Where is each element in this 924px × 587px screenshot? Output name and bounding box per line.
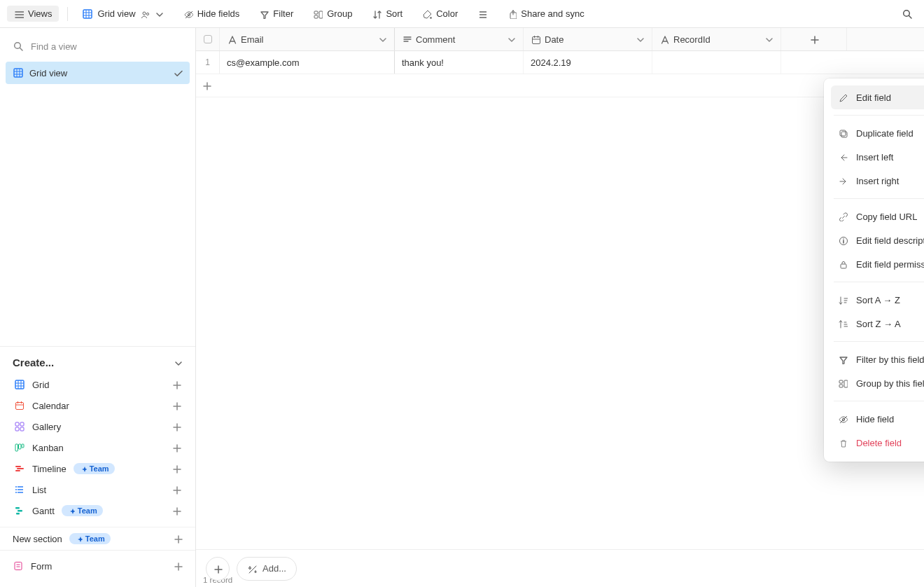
views-button[interactable]: Views xyxy=(7,6,59,22)
team-badge: Team xyxy=(74,463,115,474)
longtext-icon xyxy=(402,34,412,44)
cell-date[interactable]: 2024.2.19 xyxy=(524,51,652,74)
filter-button[interactable]: Filter xyxy=(253,6,299,22)
grid-area: Email Comment Date RecordId 1cs xyxy=(196,28,924,587)
current-view-button[interactable]: Grid view xyxy=(76,6,169,22)
create-header[interactable]: Create... xyxy=(13,357,183,368)
chevron-down-icon[interactable] xyxy=(764,34,774,44)
ctx-label: Insert left xyxy=(856,152,893,163)
create-gantt-button[interactable]: GanttTeam xyxy=(13,500,183,521)
chevron-down-icon xyxy=(154,9,164,19)
new-section-button[interactable]: New section Team xyxy=(0,527,195,550)
sort-icon xyxy=(372,9,382,19)
eye-off-icon xyxy=(183,9,193,19)
form-label: Form xyxy=(31,561,52,572)
create-kanban-button[interactable]: Kanban xyxy=(13,437,183,458)
team-badge-label: Team xyxy=(78,506,97,515)
search-icon xyxy=(13,41,24,52)
lock-icon xyxy=(838,259,848,269)
add-icon xyxy=(172,443,181,453)
row-height-button[interactable] xyxy=(472,6,493,22)
create-gallery-button[interactable]: Gallery xyxy=(13,416,183,437)
find-view-input[interactable]: Find a view xyxy=(0,34,195,59)
hide-fields-label: Hide fields xyxy=(197,8,240,19)
ctx-sort-za[interactable]: Sort Z → A xyxy=(831,312,924,336)
create-timeline-button[interactable]: TimelineTeam xyxy=(13,458,183,479)
create-grid-button[interactable]: Grid xyxy=(13,374,183,395)
group-button[interactable]: Group xyxy=(307,6,358,22)
plus-icon xyxy=(202,81,217,90)
create-list-button[interactable]: List xyxy=(13,479,183,500)
ctx-edit-permissions[interactable]: Edit field permissions Team xyxy=(831,252,924,276)
calendar-icon xyxy=(531,34,540,44)
chevron-down-icon[interactable] xyxy=(635,34,645,44)
cell-email[interactable]: cs@example.com xyxy=(220,51,395,74)
find-view-placeholder: Find a view xyxy=(31,41,77,52)
sort-button[interactable]: Sort xyxy=(366,6,408,22)
ctx-delete-field[interactable]: Delete field xyxy=(831,431,924,455)
color-button[interactable]: Color xyxy=(416,6,463,22)
ctx-separator xyxy=(834,282,924,282)
ctx-duplicate-field[interactable]: Duplicate field xyxy=(831,121,924,145)
check-icon xyxy=(173,68,183,78)
share-button[interactable]: Share and sync xyxy=(501,6,589,22)
gallery-icon xyxy=(14,421,25,432)
menu-icon xyxy=(14,9,24,19)
ctx-sort-az[interactable]: Sort A → Z xyxy=(831,288,924,312)
create-calendar-button[interactable]: Calendar xyxy=(13,395,183,416)
add-row[interactable] xyxy=(196,74,924,97)
column-header-email[interactable]: Email xyxy=(220,28,395,50)
add-icon xyxy=(172,422,181,431)
column-header-comment[interactable]: Comment xyxy=(395,28,524,50)
add-record-button[interactable] xyxy=(206,557,230,581)
view-item-grid[interactable]: Grid view xyxy=(6,62,190,84)
add-icon xyxy=(172,464,181,474)
ctx-insert-left[interactable]: Insert left xyxy=(831,145,924,169)
chevron-down-icon[interactable] xyxy=(506,34,516,44)
column-header-recordid[interactable]: RecordId xyxy=(652,28,781,50)
add-column-button[interactable] xyxy=(781,28,847,50)
create-label: Create... xyxy=(13,357,54,368)
chevron-down-icon[interactable] xyxy=(377,34,387,44)
add-menu-button[interactable]: Add... xyxy=(237,557,297,581)
ctx-label: Edit field xyxy=(856,92,891,103)
add-icon xyxy=(173,561,183,571)
ctx-group-by-field[interactable]: Group by this field xyxy=(831,371,924,395)
hide-fields-button[interactable]: Hide fields xyxy=(178,6,246,22)
plus-icon xyxy=(213,564,223,574)
select-all-checkbox[interactable] xyxy=(196,28,220,50)
ctx-separator xyxy=(834,341,924,342)
create-form-button[interactable]: Form xyxy=(13,556,183,576)
ctx-edit-description[interactable]: Edit field description xyxy=(831,228,924,252)
grid-icon xyxy=(14,379,25,390)
grid-footer: Add... xyxy=(196,549,924,587)
column-headers: Email Comment Date RecordId xyxy=(196,28,924,51)
create-section: Create... GridCalendarGalleryKanbanTimel… xyxy=(0,346,195,527)
column-label: Date xyxy=(545,34,564,45)
sparkle-icon xyxy=(75,535,83,543)
cell-comment[interactable]: thank you! xyxy=(395,51,524,74)
ctx-hide-field[interactable]: Hide field xyxy=(831,407,924,431)
create-item-label: Timeline xyxy=(32,464,66,474)
ctx-filter-by-field[interactable]: Filter by this field xyxy=(831,347,924,371)
ctx-edit-field[interactable]: Edit field xyxy=(831,85,924,109)
row-height-icon xyxy=(477,9,487,19)
search-button[interactable] xyxy=(897,4,917,24)
kanban-icon xyxy=(14,442,25,453)
group-icon xyxy=(313,9,323,19)
view-item-label: Grid view xyxy=(29,68,67,78)
ctx-copy-field-url[interactable]: Copy field URL xyxy=(831,205,924,228)
column-header-date[interactable]: Date xyxy=(524,28,652,50)
list-icon xyxy=(14,484,25,495)
field-context-menu: Edit field Duplicate field Insert left I… xyxy=(824,78,924,462)
add-icon xyxy=(172,401,181,410)
new-section-label: New section xyxy=(13,534,62,544)
toolbar: Views Grid view Hide fields Filter Group… xyxy=(0,0,924,28)
search-icon xyxy=(902,8,913,20)
ctx-separator xyxy=(834,401,924,401)
cell-recordid[interactable] xyxy=(652,51,781,74)
column-label: Email xyxy=(241,34,264,45)
text-icon xyxy=(227,34,237,44)
table-row[interactable]: 1cs@example.comthank you!2024.2.19 xyxy=(196,51,924,74)
ctx-insert-right[interactable]: Insert right xyxy=(831,169,924,193)
